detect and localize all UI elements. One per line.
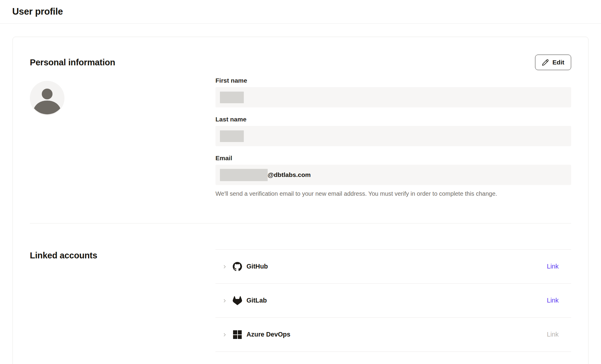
linked-accounts-list: GitHub Link GitLab Link <box>215 249 571 352</box>
edit-button[interactable]: Edit <box>535 55 571 70</box>
last-name-group: Last name <box>215 116 571 146</box>
email-field: @dbtlabs.com <box>215 165 571 185</box>
email-helper-text: We'll send a verification email to your … <box>215 190 571 198</box>
avatar <box>30 81 64 115</box>
chevron-right-icon[interactable] <box>222 332 227 337</box>
provider-name: GitHub <box>246 263 268 270</box>
person-silhouette-icon <box>30 81 64 115</box>
page-header: User profile <box>0 0 601 24</box>
redacted-last-name-value <box>220 130 244 142</box>
linked-accounts-heading: Linked accounts <box>30 251 215 260</box>
github-icon <box>233 262 242 271</box>
page-title: User profile <box>12 6 63 17</box>
email-domain-suffix: @dbtlabs.com <box>268 171 311 178</box>
last-name-label: Last name <box>215 116 571 123</box>
personal-info-header: Personal information Edit <box>30 54 571 70</box>
email-label: Email <box>215 155 571 162</box>
pencil-icon <box>542 59 549 66</box>
personal-info-heading: Personal information <box>30 58 115 67</box>
redacted-email-local-part <box>220 169 268 181</box>
email-group: Email @dbtlabs.com We'll send a verifica… <box>215 155 571 198</box>
chevron-right-icon[interactable] <box>222 298 227 303</box>
first-name-label: First name <box>215 77 571 84</box>
linked-account-row-gitlab: GitLab Link <box>215 284 571 318</box>
last-name-field <box>215 126 571 146</box>
provider-name: Azure DevOps <box>246 331 290 338</box>
chevron-right-icon[interactable] <box>222 264 227 269</box>
gitlab-icon <box>233 296 242 305</box>
redacted-first-name-value <box>220 92 244 103</box>
azure-devops-icon <box>233 330 242 339</box>
edit-button-label: Edit <box>552 59 564 66</box>
section-divider <box>30 223 571 223</box>
linked-accounts-section: Linked accounts GitHub Link <box>30 249 571 352</box>
provider-name: GitLab <box>246 297 267 304</box>
first-name-field <box>215 87 571 107</box>
link-gitlab-action[interactable]: Link <box>547 297 559 304</box>
personal-info-body: First name Last name Email @dbtlabs.com … <box>30 77 571 198</box>
linked-account-row-azure-devops: Azure DevOps Link <box>215 318 571 352</box>
link-github-action[interactable]: Link <box>547 263 559 270</box>
profile-card: Personal information Edit <box>13 37 588 364</box>
linked-account-row-github: GitHub Link <box>215 250 571 284</box>
link-azure-devops-action[interactable]: Link <box>547 331 559 338</box>
first-name-group: First name <box>215 77 571 107</box>
